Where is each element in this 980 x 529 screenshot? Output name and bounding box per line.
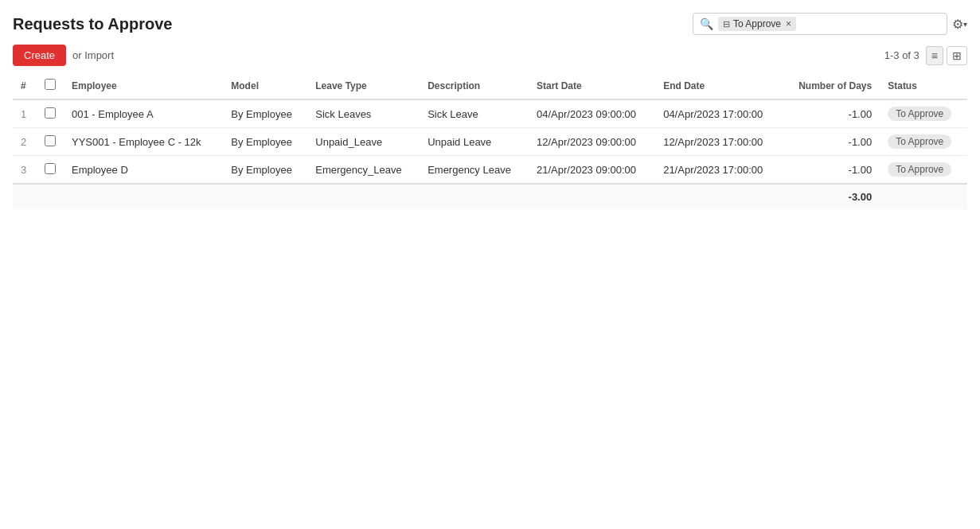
- filter-remove-button[interactable]: ×: [786, 18, 791, 29]
- filter-icon: ⊟: [723, 19, 730, 29]
- cell-status: To Approve: [880, 128, 967, 156]
- col-header-employee: Employee: [64, 72, 223, 99]
- status-badge: To Approve: [888, 162, 951, 177]
- cell-number-of-days: -1.00: [782, 128, 880, 156]
- row-checkbox[interactable]: [45, 135, 56, 146]
- cell-leave-type: Sick Leaves: [307, 99, 420, 128]
- cell-check[interactable]: [37, 128, 64, 156]
- grid-view-icon: ⊞: [952, 49, 962, 62]
- search-icon: 🔍: [700, 18, 713, 30]
- table-row[interactable]: 2 YYS001 - Employee C - 12k By Employee …: [13, 128, 967, 156]
- settings-dropdown-icon: ▾: [963, 20, 967, 29]
- cell-leave-type: Emergency_Leave: [307, 156, 420, 185]
- cell-status: To Approve: [880, 156, 967, 185]
- cell-model: By Employee: [223, 156, 307, 185]
- col-header-leave-type: Leave Type: [307, 72, 420, 99]
- col-header-check: [37, 72, 64, 99]
- col-header-description: Description: [420, 72, 529, 99]
- cell-start-date: 04/Apr/2023 09:00:00: [529, 99, 655, 128]
- cell-model: By Employee: [223, 128, 307, 156]
- cell-status: To Approve: [880, 99, 967, 128]
- list-view-icon: ≡: [931, 49, 938, 62]
- cell-description: Sick Leave: [420, 99, 529, 128]
- cell-model: By Employee: [223, 99, 307, 128]
- cell-employee: YYS001 - Employee C - 12k: [64, 128, 223, 156]
- select-all-checkbox[interactable]: [45, 79, 56, 90]
- table-row[interactable]: 1 001 - Employee A By Employee Sick Leav…: [13, 99, 967, 128]
- cell-description: Emergency Leave: [420, 156, 529, 185]
- table-row[interactable]: 3 Employee D By Employee Emergency_Leave…: [13, 156, 967, 185]
- col-header-status: Status: [880, 72, 967, 99]
- create-button[interactable]: Create: [13, 45, 66, 66]
- total-status-cell: [880, 184, 967, 209]
- cell-description: Unpaid Leave: [420, 128, 529, 156]
- settings-button[interactable]: ⚙ ▾: [952, 17, 967, 32]
- cell-employee: 001 - Employee A: [64, 99, 223, 128]
- settings-icon: ⚙: [952, 17, 963, 32]
- list-view-button[interactable]: ≡: [926, 46, 943, 65]
- cell-end-date: 21/Apr/2023 17:00:00: [655, 156, 782, 185]
- status-badge: To Approve: [888, 134, 951, 149]
- total-row: -3.00: [13, 184, 967, 209]
- import-button[interactable]: or Import: [72, 49, 114, 61]
- cell-num: 3: [13, 156, 37, 185]
- col-header-end-date: End Date: [655, 72, 782, 99]
- cell-check[interactable]: [37, 99, 64, 128]
- pagination-info: 1-3 of 3: [884, 49, 919, 61]
- grid-view-button[interactable]: ⊞: [947, 46, 967, 65]
- cell-start-date: 21/Apr/2023 09:00:00: [529, 156, 655, 185]
- row-checkbox[interactable]: [45, 107, 56, 119]
- search-bar: 🔍 ⊟ To Approve ×: [693, 13, 947, 35]
- cell-employee: Employee D: [64, 156, 223, 185]
- cell-leave-type: Unpaid_Leave: [307, 128, 420, 156]
- cell-check[interactable]: [37, 156, 64, 185]
- total-value: -3.00: [782, 184, 880, 209]
- col-header-start-date: Start Date: [529, 72, 655, 99]
- cell-number-of-days: -1.00: [782, 156, 880, 185]
- cell-start-date: 12/Apr/2023 09:00:00: [529, 128, 655, 156]
- page-title: Requests to Approve: [13, 15, 172, 33]
- row-checkbox[interactable]: [45, 163, 56, 174]
- cell-num: 1: [13, 99, 37, 128]
- col-header-number-of-days: Number of Days: [782, 72, 880, 99]
- col-header-model: Model: [223, 72, 307, 99]
- cell-end-date: 12/Apr/2023 17:00:00: [655, 128, 782, 156]
- filter-tag-label: To Approve: [733, 18, 781, 29]
- cell-number-of-days: -1.00: [782, 99, 880, 128]
- requests-table: # Employee Model Leave Type Description …: [13, 72, 967, 209]
- cell-end-date: 04/Apr/2023 17:00:00: [655, 99, 782, 128]
- search-input[interactable]: [801, 18, 940, 30]
- cell-num: 2: [13, 128, 37, 156]
- col-header-num: #: [13, 72, 37, 99]
- status-badge: To Approve: [888, 107, 951, 121]
- filter-tag: ⊟ To Approve ×: [718, 17, 796, 31]
- total-label: [13, 184, 782, 209]
